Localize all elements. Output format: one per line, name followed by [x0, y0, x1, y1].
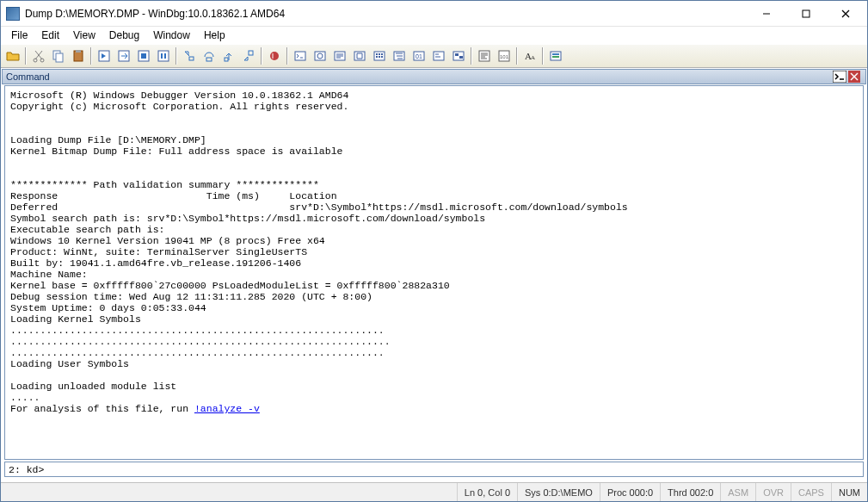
command-prompt: 2: kd> — [9, 464, 44, 475]
menu-help[interactable]: Help — [197, 28, 232, 43]
app-icon — [6, 7, 20, 21]
svg-point-19 — [270, 52, 279, 60]
restart-icon[interactable] — [114, 46, 133, 65]
options-icon[interactable] — [546, 46, 565, 65]
copy-icon[interactable] — [49, 46, 68, 65]
status-asm: ASM — [720, 483, 755, 501]
analyze-link[interactable]: !analyze -v — [194, 403, 260, 414]
command-titlebar: Command — [2, 69, 866, 84]
svg-rect-18 — [249, 51, 253, 55]
separator — [90, 47, 92, 65]
command-window-icon[interactable] — [291, 46, 310, 65]
command-close-icon[interactable] — [848, 71, 862, 83]
svg-text:A: A — [531, 54, 535, 61]
status-ovr: OVR — [755, 483, 791, 501]
registers-window-icon[interactable] — [350, 46, 369, 65]
svg-rect-7 — [56, 53, 63, 62]
status-caps: CAPS — [791, 483, 831, 501]
svg-rect-40 — [552, 56, 559, 58]
menu-edit[interactable]: Edit — [34, 28, 66, 43]
command-output[interactable]: Microsoft (R) Windows Debugger Version 1… — [4, 85, 864, 460]
open-icon[interactable] — [3, 46, 22, 65]
svg-rect-1 — [803, 10, 810, 17]
paste-icon[interactable] — [69, 46, 88, 65]
locals-window-icon[interactable] — [330, 46, 349, 65]
step-into-icon[interactable] — [180, 46, 199, 65]
status-proc[interactable]: Proc 000:0 — [600, 483, 660, 501]
callstack-window-icon[interactable] — [390, 46, 409, 65]
svg-rect-9 — [76, 50, 81, 53]
svg-rect-33 — [479, 51, 489, 61]
svg-rect-39 — [552, 53, 559, 55]
menubar: File Edit View Debug Window Help — [1, 27, 867, 44]
menu-file[interactable]: File — [4, 28, 34, 43]
processes-window-icon[interactable] — [449, 46, 468, 65]
command-prompt-icon[interactable] — [833, 71, 846, 83]
svg-text:01: 01 — [416, 53, 422, 59]
svg-rect-29 — [434, 52, 444, 60]
menu-view[interactable]: View — [66, 28, 102, 43]
statusbar: Ln 0, Col 0 Sys 0:D:\MEMO Proc 000:0 Thr… — [1, 482, 867, 501]
status-sys[interactable]: Sys 0:D:\MEMO — [517, 483, 600, 501]
command-input[interactable] — [47, 464, 859, 475]
svg-rect-31 — [455, 53, 459, 56]
scratch-pad-icon[interactable] — [429, 46, 448, 65]
step-over-icon[interactable] — [200, 46, 219, 65]
step-out-icon[interactable] — [219, 46, 238, 65]
break-icon[interactable] — [154, 46, 173, 65]
svg-rect-15 — [189, 57, 194, 60]
status-num: NUM — [831, 483, 867, 501]
command-text: Microsoft (R) Windows Debugger Version 1… — [10, 90, 628, 414]
window-title: Dump D:\MEMORY.DMP - WinDbg:10.0.18362.1… — [25, 8, 747, 20]
status-thrd[interactable]: Thrd 002:0 — [660, 483, 720, 501]
separator — [286, 47, 288, 65]
stop-icon[interactable] — [134, 46, 153, 65]
svg-rect-41 — [833, 71, 846, 83]
menu-debug[interactable]: Debug — [102, 28, 146, 43]
run-to-cursor-icon[interactable] — [239, 46, 258, 65]
breakpoint-icon[interactable] — [265, 46, 284, 65]
go-icon[interactable] — [95, 46, 114, 65]
titlebar: Dump D:\MEMORY.DMP - WinDbg:10.0.18362.1… — [1, 1, 867, 27]
command-input-row: 2: kd> — [4, 462, 864, 477]
menu-window[interactable]: Window — [146, 28, 197, 43]
minimize-button[interactable] — [747, 1, 786, 27]
svg-rect-14 — [158, 51, 169, 61]
svg-rect-17 — [225, 58, 228, 61]
svg-text:101: 101 — [500, 54, 509, 59]
svg-rect-20 — [295, 52, 305, 60]
command-title: Command — [6, 71, 831, 82]
source-mode-alt-icon[interactable]: 101 — [495, 46, 514, 65]
watch-window-icon[interactable] — [311, 46, 329, 65]
separator — [261, 47, 262, 65]
cut-icon[interactable] — [29, 46, 48, 65]
separator — [25, 47, 27, 65]
status-lncol: Ln 0, Col 0 — [457, 483, 517, 501]
separator — [471, 47, 472, 65]
svg-rect-32 — [459, 56, 463, 59]
svg-rect-16 — [206, 58, 212, 61]
separator — [175, 47, 177, 65]
disassembly-window-icon[interactable]: 01 — [409, 46, 428, 65]
maximize-button[interactable] — [786, 1, 826, 27]
close-button[interactable] — [826, 1, 865, 27]
separator — [542, 47, 544, 65]
source-mode-icon[interactable] — [475, 46, 494, 65]
toolbar: 01 101 AA — [1, 44, 867, 68]
separator — [516, 47, 518, 65]
svg-rect-13 — [141, 53, 146, 59]
font-icon[interactable]: AA — [520, 46, 539, 65]
memory-window-icon[interactable] — [370, 46, 389, 65]
